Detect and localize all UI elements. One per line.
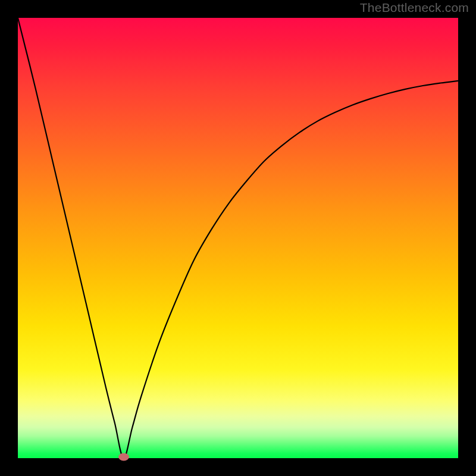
attribution-label: TheBottleneck.com [360, 1, 469, 15]
bottleneck-curve [18, 18, 458, 458]
plot-area [18, 18, 458, 458]
figure-frame: TheBottleneck.com [0, 0, 476, 476]
minimum-marker [118, 453, 129, 461]
curve-layer [18, 18, 458, 458]
